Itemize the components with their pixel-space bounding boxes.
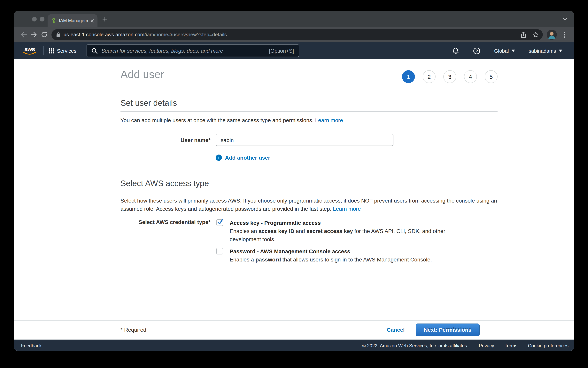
new-tab-button[interactable] [101,16,108,23]
required-note: * Required [120,327,146,333]
credential-option-access-key: Access key - Programmatic access Enables… [216,219,447,243]
browser-menu-icon[interactable] [560,30,569,39]
main-content: Add user 1 2 3 4 5 Set user details You … [14,59,574,320]
access-type-intro: Select how these users will primarily ac… [120,196,498,213]
lock-icon [56,32,61,37]
aws-search-box[interactable]: [Option+S] [87,45,299,57]
privacy-link[interactable]: Privacy [479,343,494,348]
aws-nav-bar: aws Services [Option+S] [14,42,574,59]
services-grid-icon [49,48,54,53]
back-icon[interactable] [19,29,29,40]
aws-logo-text: aws [24,46,35,51]
services-label: Services [57,48,76,54]
forward-icon[interactable] [29,29,39,40]
cancel-button[interactable]: Cancel [387,327,405,333]
wizard-step-2: 2 [423,70,436,83]
tab-close-icon[interactable] [90,19,94,22]
access-key-checkbox[interactable] [216,219,223,226]
account-menu[interactable]: sabinadams [529,48,562,54]
section-divider [120,191,498,192]
wizard-step-3: 3 [443,70,456,83]
nav-divider [466,46,467,55]
learn-more-link[interactable]: Learn more [333,205,361,212]
option-title: Access key - Programmatic access [230,219,447,227]
terms-link[interactable]: Terms [505,343,517,348]
share-icon[interactable] [519,30,528,39]
aws-logo[interactable]: aws [21,46,38,55]
reload-icon[interactable] [39,29,49,40]
region-label: Global [494,48,509,54]
user-details-intro: You can add multiple users at once with … [120,116,498,124]
iam-key-favicon [51,18,56,23]
minimize-window-button[interactable] [40,17,45,21]
url-domain: us-east-1.console.aws.amazon.com [63,32,144,37]
help-icon[interactable]: ? [473,47,481,55]
intro-text: You can add multiple users at once with … [120,117,313,123]
section-divider [120,111,498,112]
url-path: /iam/home#/users$new?step=details [144,32,516,37]
plus-circle-icon: + [216,155,222,161]
username-input[interactable] [216,134,393,146]
intro-text: Select how these users will primarily ac… [120,197,497,212]
desktop-background: IAM Management Console [0,0,588,368]
console-bottom-bar: Feedback © 2022, Amazon Web Services, In… [14,340,574,351]
browser-window: IAM Management Console [14,11,574,351]
tab-title: IAM Management Console [59,18,88,23]
option-description: Enables an access key ID and secret acce… [230,227,447,243]
option-title: Password - AWS Management Console access [230,247,432,255]
cookie-preferences-link[interactable]: Cookie preferences [528,343,569,348]
chevron-down-icon [559,50,562,52]
copyright-text: © 2022, Amazon Web Services, Inc. or its… [362,343,468,348]
credential-type-label: Select AWS credential type* [120,219,216,225]
section-heading-user-details: Set user details [120,98,498,108]
add-another-user-button[interactable]: + Add another user [216,155,270,161]
nav-divider [487,46,488,55]
notifications-bell-icon[interactable] [452,47,460,55]
next-permissions-button[interactable]: Next: Permissions [416,323,480,336]
username-label: User name* [120,137,216,143]
svg-text:?: ? [476,49,478,53]
tab-search-chevron-icon[interactable] [562,17,568,21]
wizard-footer: * Required Cancel Next: Permissions [14,320,574,339]
page-bottom-strip [14,339,574,340]
wizard-step-1: 1 [402,70,415,83]
option-description: Enables a password that allows users to … [230,255,432,264]
learn-more-link[interactable]: Learn more [315,117,343,123]
close-window-button[interactable] [32,17,37,21]
account-label: sabinadams [529,48,556,54]
nav-divider [43,46,44,55]
wizard-step-5: 5 [485,70,498,83]
profile-avatar[interactable] [547,29,557,40]
section-heading-access-type: Select AWS access type [120,178,498,188]
nav-divider [522,46,522,55]
search-input[interactable] [101,48,265,54]
tab-strip: IAM Management Console [14,11,574,27]
password-checkbox[interactable] [216,248,223,254]
wizard-steps: 1 2 3 4 5 [402,70,498,83]
checkmark-icon [217,218,223,225]
bookmark-star-icon[interactable] [531,30,540,39]
services-menu[interactable]: Services [49,48,76,54]
browser-toolbar: us-east-1.console.aws.amazon.com /iam/ho… [14,27,574,42]
wizard-step-4: 4 [464,70,477,83]
address-bar[interactable]: us-east-1.console.aws.amazon.com /iam/ho… [52,29,543,40]
search-icon [92,48,98,54]
chevron-down-icon [512,50,515,52]
add-another-user-label: Add another user [225,155,270,161]
search-shortcut-hint: [Option+S] [269,48,294,54]
page-title: Add user [120,68,164,81]
browser-tab[interactable]: IAM Management Console [48,14,98,27]
region-selector[interactable]: Global [494,48,515,54]
feedback-button[interactable]: Feedback [21,343,42,348]
credential-option-password: Password - AWS Management Console access… [216,247,447,264]
